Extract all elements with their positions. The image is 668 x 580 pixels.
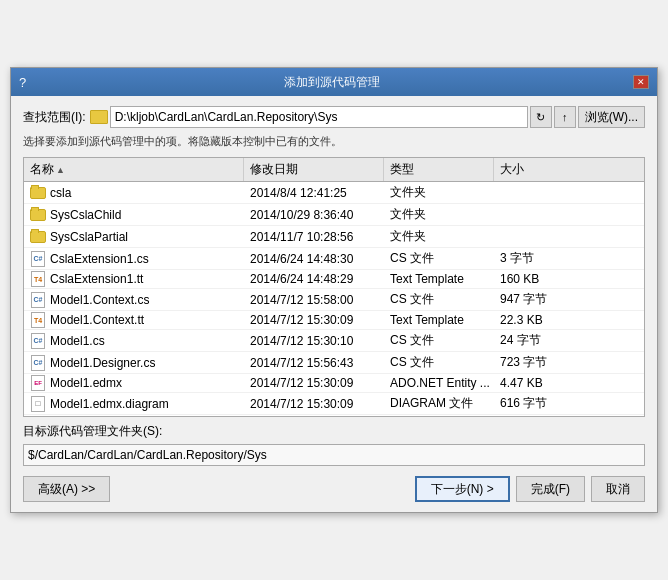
advanced-button[interactable]: 高级(A) >> bbox=[23, 476, 110, 502]
file-date: 2014/6/24 14:48:30 bbox=[244, 248, 384, 269]
dialog-body: 查找范围(I): ↻ ↑ 浏览(W)... 选择要添加到源代码管理中的项。将隐藏… bbox=[11, 96, 657, 512]
file-date: 2014/6/24 14:48:29 bbox=[244, 270, 384, 288]
file-type: Text Template bbox=[384, 270, 494, 288]
file-name: Model1.Context.cs bbox=[24, 289, 244, 310]
file-date: 2014/7/12 15:30:09 bbox=[244, 415, 384, 417]
btn-right: 下一步(N) > 完成(F) 取消 bbox=[415, 476, 645, 502]
file-date: 2014/7/12 15:30:10 bbox=[244, 330, 384, 351]
btn-left: 高级(A) >> bbox=[23, 476, 110, 502]
file-name: Model1.edmx bbox=[24, 374, 244, 392]
path-combo[interactable] bbox=[110, 106, 528, 128]
file-type: CS 文件 bbox=[384, 289, 494, 310]
file-date: 2014/8/4 12:41:25 bbox=[244, 182, 384, 203]
file-type: DIAGRAM 文件 bbox=[384, 393, 494, 414]
next-button[interactable]: 下一步(N) > bbox=[415, 476, 510, 502]
col-header-size[interactable]: 大小 bbox=[494, 158, 574, 181]
path-row: 查找范围(I): ↻ ↑ 浏览(W)... bbox=[23, 106, 645, 128]
browse-button[interactable]: 浏览(W)... bbox=[578, 106, 645, 128]
file-size: 947 字节 bbox=[494, 289, 574, 310]
button-row: 高级(A) >> 下一步(N) > 完成(F) 取消 bbox=[23, 476, 645, 502]
file-name: Model1.tt bbox=[24, 415, 244, 417]
folder-icon bbox=[90, 110, 108, 124]
table-row[interactable]: SysCslaPartial 2014/11/7 10:28:56 文件夹 bbox=[24, 226, 644, 248]
file-size: 616 字节 bbox=[494, 393, 574, 414]
file-size: 22.3 KB bbox=[494, 311, 574, 329]
window-controls: ✕ bbox=[633, 75, 649, 89]
file-name: Model1.cs bbox=[24, 330, 244, 351]
target-input[interactable] bbox=[23, 444, 645, 466]
path-label: 查找范围(I): bbox=[23, 109, 86, 126]
file-date: 2014/10/29 8:36:40 bbox=[244, 204, 384, 225]
table-row[interactable]: Model1.Context.cs 2014/7/12 15:58:00 CS … bbox=[24, 289, 644, 311]
table-row[interactable]: CslaExtension1.cs 2014/6/24 14:48:30 CS … bbox=[24, 248, 644, 270]
file-name: SysCslaPartial bbox=[24, 226, 244, 247]
file-size bbox=[494, 226, 574, 247]
table-row[interactable]: Model1.Designer.cs 2014/7/12 15:56:43 CS… bbox=[24, 352, 644, 374]
close-button[interactable]: ✕ bbox=[633, 75, 649, 89]
path-actions: ↻ ↑ bbox=[530, 106, 576, 128]
file-name: CslaExtension1.cs bbox=[24, 248, 244, 269]
table-row[interactable]: Model1.edmx.diagram 2014/7/12 15:30:09 D… bbox=[24, 393, 644, 415]
file-type: 文件夹 bbox=[384, 204, 494, 225]
file-list-container[interactable]: 名称 ▲ 修改日期 类型 大小 csla 2014/8/4 12:41:25 文… bbox=[23, 157, 645, 417]
col-header-name[interactable]: 名称 ▲ bbox=[24, 158, 244, 181]
file-rows: csla 2014/8/4 12:41:25 文件夹 SysCslaChild … bbox=[24, 182, 644, 417]
file-name: Model1.edmx.diagram bbox=[24, 393, 244, 414]
file-size: 723 字节 bbox=[494, 352, 574, 373]
help-icon[interactable]: ? bbox=[19, 75, 26, 90]
table-row[interactable]: Model1.edmx 2014/7/12 15:30:09 ADO.NET E… bbox=[24, 374, 644, 393]
file-size bbox=[494, 182, 574, 203]
refresh-button[interactable]: ↻ bbox=[530, 106, 552, 128]
sort-arrow: ▲ bbox=[56, 165, 65, 175]
table-row[interactable]: Model1.cs 2014/7/12 15:30:10 CS 文件 24 字节 bbox=[24, 330, 644, 352]
file-type: CS 文件 bbox=[384, 248, 494, 269]
col-header-type[interactable]: 类型 bbox=[384, 158, 494, 181]
file-type: ADO.NET Entity ... bbox=[384, 374, 494, 392]
table-row[interactable]: Model1.tt 2014/7/12 15:30:09 Text Templa… bbox=[24, 415, 644, 417]
file-date: 2014/7/12 15:58:00 bbox=[244, 289, 384, 310]
col-header-date[interactable]: 修改日期 bbox=[244, 158, 384, 181]
file-type: 文件夹 bbox=[384, 182, 494, 203]
file-list-header: 名称 ▲ 修改日期 类型 大小 bbox=[24, 158, 644, 182]
dialog-title: 添加到源代码管理 bbox=[30, 74, 633, 91]
file-type: Text Template bbox=[384, 311, 494, 329]
file-date: 2014/11/7 10:28:56 bbox=[244, 226, 384, 247]
file-date: 2014/7/12 15:30:09 bbox=[244, 311, 384, 329]
up-folder-button[interactable]: ↑ bbox=[554, 106, 576, 128]
file-type: CS 文件 bbox=[384, 352, 494, 373]
file-date: 2014/7/12 15:30:09 bbox=[244, 374, 384, 392]
table-row[interactable]: CslaExtension1.tt 2014/6/24 14:48:29 Tex… bbox=[24, 270, 644, 289]
cancel-button[interactable]: 取消 bbox=[591, 476, 645, 502]
table-row[interactable]: SysCslaChild 2014/10/29 8:36:40 文件夹 bbox=[24, 204, 644, 226]
table-row[interactable]: csla 2014/8/4 12:41:25 文件夹 bbox=[24, 182, 644, 204]
file-size bbox=[494, 204, 574, 225]
hint-text: 选择要添加到源代码管理中的项。将隐藏版本控制中已有的文件。 bbox=[23, 134, 645, 149]
table-row[interactable]: Model1.Context.tt 2014/7/12 15:30:09 Tex… bbox=[24, 311, 644, 330]
main-dialog: ? 添加到源代码管理 ✕ 查找范围(I): ↻ ↑ 浏览(W)... 选择要添加… bbox=[10, 67, 658, 513]
title-bar: ? 添加到源代码管理 ✕ bbox=[11, 68, 657, 96]
path-input-wrap: ↻ ↑ 浏览(W)... bbox=[90, 106, 645, 128]
file-name: Model1.Context.tt bbox=[24, 311, 244, 329]
file-type: CS 文件 bbox=[384, 330, 494, 351]
file-name: SysCslaChild bbox=[24, 204, 244, 225]
target-label: 目标源代码管理文件夹(S): bbox=[23, 423, 645, 440]
file-size: 160 KB bbox=[494, 270, 574, 288]
file-type: 文件夹 bbox=[384, 226, 494, 247]
file-size: 4.47 KB bbox=[494, 374, 574, 392]
file-date: 2014/7/12 15:30:09 bbox=[244, 393, 384, 414]
file-size: 3 字节 bbox=[494, 248, 574, 269]
file-name: csla bbox=[24, 182, 244, 203]
target-section: 目标源代码管理文件夹(S): bbox=[23, 423, 645, 466]
file-date: 2014/7/12 15:56:43 bbox=[244, 352, 384, 373]
file-name: Model1.Designer.cs bbox=[24, 352, 244, 373]
file-name: CslaExtension1.tt bbox=[24, 270, 244, 288]
file-size: 24.2 KB bbox=[494, 415, 574, 417]
finish-button[interactable]: 完成(F) bbox=[516, 476, 585, 502]
file-type: Text Template bbox=[384, 415, 494, 417]
file-size: 24 字节 bbox=[494, 330, 574, 351]
